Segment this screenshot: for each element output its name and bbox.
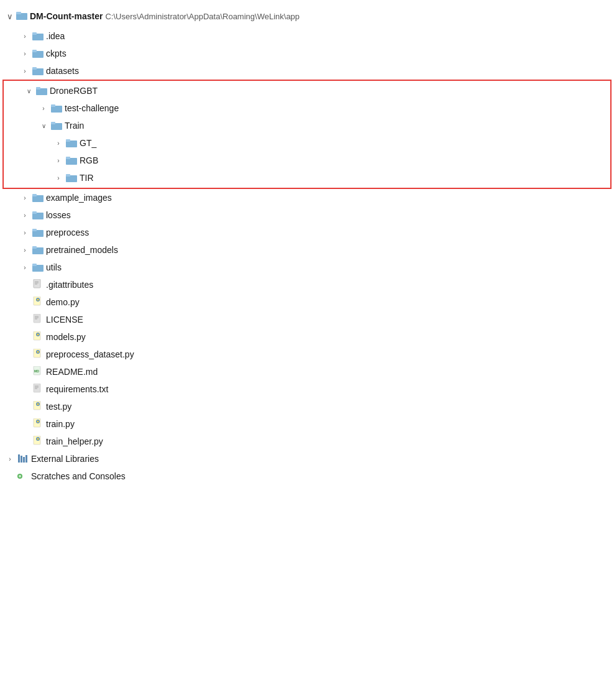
folder-icon-datasets — [32, 67, 44, 75]
project-chevron[interactable]: ∨ — [5, 11, 15, 21]
svg-rect-11 — [51, 104, 55, 107]
label-train-helper-py: train_helper.py — [46, 436, 103, 446]
svg-point-62 — [37, 438, 39, 440]
chevron-train[interactable]: ∨ — [39, 121, 48, 131]
label-test-py: test.py — [46, 402, 71, 412]
tree-item-readme-md[interactable]: MD README.md — [0, 363, 614, 380]
svg-text:MD: MD — [34, 369, 39, 373]
tree-item-gitattributes[interactable]: .gitattributes — [0, 276, 614, 293]
label-dronergbt: DroneRGBT — [50, 86, 98, 96]
tree-item-external-libraries[interactable]: › External Libraries — [0, 450, 614, 467]
label-preprocess-dataset-py: preprocess_dataset.py — [46, 349, 134, 359]
tree-item-datasets[interactable]: › datasets — [0, 62, 614, 80]
tree-item-train-helper-py[interactable]: train_helper.py — [0, 433, 614, 450]
label-rgb: RGB — [80, 155, 98, 165]
folder-icon-example-images — [32, 193, 44, 202]
svg-rect-50 — [34, 384, 40, 392]
svg-rect-5 — [32, 50, 37, 52]
svg-rect-15 — [66, 139, 70, 142]
folder-icon-utils — [32, 263, 44, 272]
folder-icon-losses — [32, 211, 44, 219]
tree-item-preprocess-dataset-py[interactable]: preprocess_dataset.py — [0, 346, 614, 363]
chevron-preprocess[interactable]: › — [20, 228, 30, 237]
file-icon-license — [32, 315, 44, 325]
tree-item-example-images[interactable]: › example_images — [0, 189, 614, 206]
label-test-challenge: test-challenge — [65, 103, 119, 113]
label-scratches-consoles: Scratches and Consoles — [31, 471, 126, 481]
icon-external-libraries — [17, 454, 29, 464]
tree-item-test-challenge[interactable]: › test-challenge — [4, 99, 610, 117]
chevron-rgb[interactable]: › — [53, 155, 63, 165]
chevron-test-challenge[interactable]: › — [39, 103, 48, 113]
label-ckpts: ckpts — [46, 48, 66, 58]
tree-item-rgb[interactable]: › RGB — [4, 152, 610, 169]
tree-item-scratches-consoles[interactable]: Scratches and Consoles — [0, 467, 614, 485]
chevron-datasets[interactable]: › — [20, 66, 30, 76]
highlight-region: ∨ DroneRGBT › test-challenge ∨ — [2, 80, 612, 189]
tree-item-gt[interactable]: › GT_ — [4, 134, 610, 152]
svg-point-59 — [37, 421, 39, 423]
tree-item-demo-py[interactable]: demo.py — [0, 293, 614, 311]
svg-rect-29 — [32, 264, 37, 266]
label-external-libraries: External Libraries — [31, 454, 99, 464]
svg-rect-19 — [66, 174, 70, 177]
tree-item-utils[interactable]: › utils — [0, 259, 614, 276]
chevron-losses[interactable]: › — [20, 210, 30, 220]
tree-item-ckpts[interactable]: › ckpts — [0, 45, 614, 62]
chevron-example-images[interactable]: › — [20, 193, 30, 203]
svg-rect-7 — [32, 67, 37, 70]
svg-rect-38 — [34, 314, 40, 323]
chevron-external-libraries[interactable]: › — [5, 454, 15, 464]
svg-rect-27 — [32, 246, 37, 249]
svg-rect-17 — [66, 157, 70, 159]
file-icon-train-py — [32, 419, 44, 429]
tree-item-pretrained-models[interactable]: › pretrained_models — [0, 241, 614, 259]
label-tir: TIR — [80, 173, 94, 183]
label-gitattributes: .gitattributes — [46, 280, 93, 290]
tree-item-test-py[interactable]: test.py — [0, 398, 614, 415]
tree-item-train[interactable]: ∨ Train — [4, 117, 610, 134]
svg-rect-25 — [32, 229, 37, 231]
chevron-tir[interactable]: › — [53, 173, 63, 183]
chevron-idea[interactable]: › — [20, 31, 30, 41]
svg-rect-23 — [32, 211, 37, 214]
label-pretrained-models: pretrained_models — [46, 245, 118, 255]
chevron-dronergbt[interactable]: ∨ — [24, 86, 34, 96]
file-icon-demo-py — [32, 297, 44, 307]
project-name: DM-Count-master — [30, 11, 103, 21]
label-gt: GT_ — [80, 138, 96, 148]
tree-item-preprocess[interactable]: › preprocess — [0, 224, 614, 241]
chevron-gt[interactable]: › — [53, 138, 63, 148]
label-train-py: train.py — [46, 419, 75, 429]
svg-rect-66 — [25, 455, 27, 463]
folder-icon-dronergbt — [36, 86, 47, 95]
tree-item-dronergbt[interactable]: ∨ DroneRGBT — [4, 82, 610, 99]
label-requirements-txt: requirements.txt — [46, 384, 108, 394]
project-folder-icon — [16, 11, 27, 22]
tree-item-losses[interactable]: › losses — [0, 206, 614, 224]
icon-scratches-consoles — [17, 471, 29, 481]
label-datasets: datasets — [46, 66, 79, 76]
label-utils: utils — [46, 262, 62, 272]
chevron-pretrained-models[interactable]: › — [20, 245, 30, 255]
file-icon-gitattributes — [32, 280, 44, 290]
label-license: LICENSE — [46, 315, 83, 325]
svg-point-44 — [37, 334, 39, 336]
svg-rect-30 — [34, 279, 40, 288]
tree-item-train-py[interactable]: train.py — [0, 415, 614, 433]
label-preprocess: preprocess — [46, 228, 89, 237]
folder-icon-preprocess — [32, 228, 44, 237]
chevron-ckpts[interactable]: › — [20, 48, 30, 58]
tree-item-idea[interactable]: › .idea — [0, 27, 614, 45]
chevron-utils[interactable]: › — [20, 262, 30, 272]
tree-item-tir[interactable]: › TIR — [4, 169, 610, 187]
label-train: Train — [65, 121, 84, 131]
tree-item-models-py[interactable]: models.py — [0, 328, 614, 346]
file-icon-preprocess-dataset-py — [32, 349, 44, 359]
file-icon-readme-md: MD — [32, 367, 44, 377]
file-icon-train-helper-py — [32, 436, 44, 446]
tree-item-requirements-txt[interactable]: requirements.txt — [0, 380, 614, 398]
tree-item-license[interactable]: LICENSE — [0, 311, 614, 328]
project-header[interactable]: ∨ DM-Count-master C:\Users\Administrator… — [0, 5, 614, 27]
label-losses: losses — [46, 210, 71, 220]
